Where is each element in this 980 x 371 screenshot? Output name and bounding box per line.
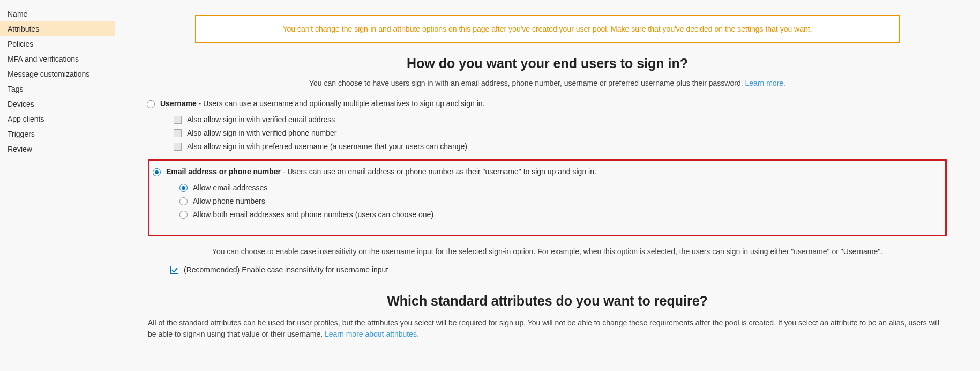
signin-heading: How do you want your end users to sign i… (125, 56, 969, 71)
sidebar-item-message-customizations[interactable]: Message customizations (0, 66, 115, 81)
signin-subtext: You can choose to have users sign in wit… (125, 79, 969, 87)
highlighted-option: Email address or phone number - Users ca… (148, 159, 947, 236)
signin-subtext-body: You can choose to have users sign in wit… (309, 79, 745, 87)
checkbox-preferred-username[interactable] (174, 143, 182, 151)
username-sub-phone-label: Also allow sign in with verified phone n… (187, 129, 336, 137)
username-sub-preferred-row: Also allow sign in with preferred userna… (174, 139, 948, 153)
option-email-phone-bold: Email address or phone number (166, 167, 281, 176)
option-username-row: Username - Users can use a username and … (147, 98, 948, 109)
warning-banner: You can't change the sign-in and attribu… (195, 15, 900, 43)
email-sub-allow-email-row: Allow email addresses (179, 181, 945, 194)
sidebar-item-name[interactable]: Name (0, 6, 115, 21)
standard-attributes-body: All of the standard attributes can be us… (148, 318, 939, 338)
option-email-phone-label: Email address or phone number - Users ca… (166, 167, 596, 176)
email-sub-allow-both-label: Allow both email addresses and phone num… (193, 210, 433, 219)
sidebar-item-policies[interactable]: Policies (0, 36, 115, 51)
option-username-bold: Username (160, 99, 197, 108)
username-sub-email-row: Also allow sign in with verified email a… (174, 113, 948, 126)
sidebar-item-attributes[interactable]: Attributes (0, 21, 115, 36)
email-sub-allow-phone-row: Allow phone numbers (179, 194, 945, 207)
case-checkbox-label: (Recommended) Enable case insensitivity … (184, 265, 388, 274)
standard-attributes-heading: Which standard attributes do you want to… (147, 293, 948, 309)
option-email-phone-row: Email address or phone number - Users ca… (149, 166, 945, 177)
option-username-desc: - Users can use a username and optionall… (197, 99, 485, 108)
sidebar-item-app-clients[interactable]: App clients (0, 112, 115, 127)
radio-allow-both[interactable] (179, 211, 188, 219)
checkbox-case-insensitivity[interactable] (170, 266, 178, 274)
standard-attributes-text: All of the standard attributes can be us… (148, 317, 947, 340)
sidebar-item-triggers[interactable]: Triggers (0, 127, 115, 142)
main-content: You can't change the sign-in and attribu… (115, 0, 980, 371)
email-sub-allow-both-row: Allow both email addresses and phone num… (179, 207, 945, 221)
username-sub-preferred-label: Also allow sign in with preferred userna… (187, 142, 467, 151)
checkbox-verified-phone[interactable] (174, 129, 182, 137)
sidebar-item-devices[interactable]: Devices (0, 97, 115, 112)
radio-allow-phone[interactable] (179, 197, 188, 205)
checkbox-verified-email[interactable] (174, 116, 182, 124)
option-email-phone-desc: - Users can use an email address or phon… (281, 167, 596, 176)
email-sub-allow-phone-label: Allow phone numbers (193, 197, 265, 205)
radio-email-phone[interactable] (153, 168, 161, 176)
learn-more-link[interactable]: Learn more. (745, 79, 786, 87)
sidebar-item-review[interactable]: Review (0, 142, 115, 157)
case-checkbox-row: (Recommended) Enable case insensitivity … (170, 265, 948, 274)
check-icon (171, 267, 178, 273)
option-username-label: Username - Users can use a username and … (160, 99, 484, 108)
sidebar-item-tags[interactable]: Tags (0, 81, 115, 97)
sidebar: Name Attributes Policies MFA and verific… (0, 0, 115, 371)
learn-more-attributes-link[interactable]: Learn more about attributes. (325, 330, 419, 338)
username-sub-phone-row: Also allow sign in with verified phone n… (174, 126, 948, 139)
username-sub-email-label: Also allow sign in with verified email a… (187, 115, 335, 124)
sidebar-item-mfa[interactable]: MFA and verifications (0, 51, 115, 66)
case-insensitivity-text: You can choose to enable case insensitiv… (152, 246, 942, 257)
radio-username[interactable] (147, 100, 155, 108)
email-sub-allow-email-label: Allow email addresses (193, 183, 267, 192)
radio-allow-email[interactable] (179, 184, 188, 192)
